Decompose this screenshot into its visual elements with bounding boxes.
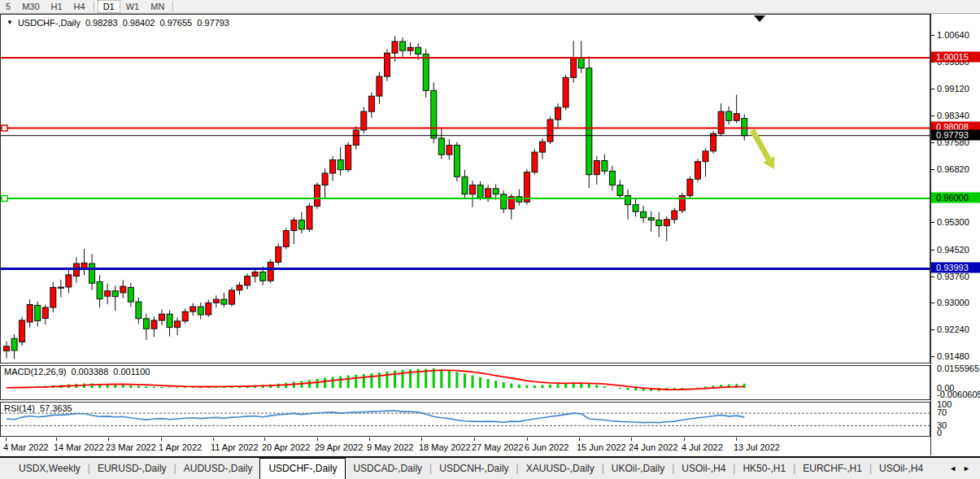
ohlc-open: 0.98283 (85, 18, 118, 28)
ohlc-close: 0.97793 (197, 18, 229, 28)
time-axis-label: 15 Jun 2022 (577, 442, 626, 452)
price-axis-tick (931, 222, 934, 223)
time-axis-tick (631, 438, 632, 441)
symbol-tab-bar: USDX,Weekly|EURUSD-,Daily|AUDUSD-,DailyU… (0, 456, 980, 479)
macd-signal-value: 0.001100 (113, 367, 150, 377)
time-axis-label: 27 May 2022 (472, 442, 524, 452)
symbol-tab-audusd-daily[interactable]: AUDUSD-,Daily (176, 458, 260, 479)
timeframe-buttons: 5M30H1H4D1W1MN (0, 0, 176, 13)
macd-indicator-name: MACD(12,26,9) (4, 367, 66, 377)
time-axis-tick (684, 438, 685, 441)
symbol-tab-hk50-h1[interactable]: HK50-,H1 (735, 458, 793, 479)
time-axis-label: 29 Apr 2022 (315, 442, 363, 452)
time-axis-tick (6, 438, 7, 441)
symbol-tab-usdchf-daily-active[interactable]: USDCHF-,Daily (259, 458, 346, 479)
time-axis-tick (264, 438, 265, 441)
time-axis-tick (213, 438, 214, 441)
timeframe-toolbar: 5M30H1H4D1W1MN (0, 0, 980, 14)
rsi-line (7, 411, 744, 423)
price-axis-label: 0.92240 (937, 324, 969, 334)
time-axis-tick (579, 438, 580, 441)
macd-main-value: 0.003388 (71, 367, 108, 377)
time-axis: 4 Mar 202214 Mar 202223 Mar 20221 Apr 20… (0, 438, 930, 456)
time-axis-label: 4 Jul 2022 (682, 442, 723, 452)
symbol-dropdown-icon[interactable]: ▼ (7, 19, 13, 27)
price-axis-label: 0.93760 (937, 272, 969, 281)
price-axis-label: 0.98340 (937, 111, 969, 120)
price-axis-label: 0.91480 (937, 351, 969, 361)
symbol-tab-usdcnh-daily[interactable]: USDCNH-,Daily (432, 458, 516, 479)
tab-scroll-right-icon[interactable]: ► (963, 464, 970, 479)
rsi-canvas[interactable] (1, 403, 930, 436)
timeframe-button-5[interactable]: 5 (0, 1, 16, 12)
time-axis-tick (161, 438, 162, 441)
horizontal-price-lines[interactable] (1, 58, 930, 269)
symbol-tab-eurchf-h1[interactable]: EURCHF-,H1 (795, 458, 869, 479)
symbol-tab-eurusd-daily[interactable]: EURUSD-,Daily (90, 458, 174, 479)
price-axis-tick (931, 303, 934, 303)
symbol-tab-ukoil-daily[interactable]: UKOil-,Daily (604, 458, 672, 479)
time-axis-label: 4 Mar 2022 (3, 442, 49, 452)
price-axis-label: 0.96820 (937, 164, 969, 174)
bar-shift-marker-icon[interactable] (754, 15, 765, 22)
price-axis-tick (931, 115, 934, 116)
time-axis-tick (736, 438, 737, 441)
time-axis-tick (421, 438, 422, 441)
mt4-trading-terminal: { "toolbar": { "timeframes": ["5", "M30"… (0, 0, 980, 479)
time-axis-label: 18 May 2022 (419, 442, 471, 452)
chart-title: ▼ USDCHF-,Daily 0.98283 0.98402 0.97655 … (7, 18, 229, 28)
price-line-badge-0.96000: 0.96000 (931, 193, 980, 203)
price-axis-tick (931, 250, 934, 250)
time-axis-label: 24 Jun 2022 (629, 442, 678, 452)
ohlc-low: 0.97655 (159, 18, 192, 28)
timeframe-button-h1[interactable]: H1 (46, 1, 68, 12)
timeframe-button-m30[interactable]: M30 (16, 1, 45, 12)
price-line-badge-1.00015: 1.00015 (931, 52, 980, 63)
time-axis-label: 20 Apr 2022 (262, 442, 310, 452)
price-axis: 1.006400.998800.991200.983400.975800.968… (930, 14, 980, 455)
price-axis-tick (931, 277, 934, 277)
rsi-indicator-name: RSI(14) (4, 403, 35, 413)
macd-scale-min: -0.0060605 (937, 390, 980, 399)
symbol-tab-usoil-h4[interactable]: USOil-,H4 (674, 458, 733, 479)
price-axis-tick (931, 89, 934, 89)
time-axis-label: 1 Apr 2022 (159, 442, 202, 452)
time-axis-tick (317, 438, 318, 441)
timeframe-button-w1[interactable]: W1 (120, 1, 146, 12)
price-line-badge-0.93993: 0.93993 (931, 263, 980, 273)
macd-scale-max: 0.0155965 (937, 364, 979, 373)
symbol-tab-usdcad-daily[interactable]: USDCAD-,Daily (346, 458, 429, 479)
time-axis-label: 23 Mar 2022 (106, 442, 156, 452)
toolbar-separator (172, 2, 174, 11)
timeframe-button-mn[interactable]: MN (145, 1, 170, 12)
timeframe-button-h4[interactable]: H4 (68, 1, 91, 12)
macd-panel[interactable]: MACD(12,26,9) 0.003388 0.001100 (0, 365, 930, 400)
rsi-scale-0: 0 (937, 428, 942, 438)
time-axis-label: 6 Jun 2022 (525, 442, 568, 452)
time-axis-label: 11 Apr 2022 (211, 442, 259, 452)
symbol-tab-usoil-h4[interactable]: USOil-,H4 (872, 458, 930, 479)
price-axis-label: 0.94520 (937, 245, 969, 255)
symbol-tab-usdx-weekly[interactable]: USDX,Weekly (11, 458, 88, 479)
rsi-label: RSI(14) 57.3635 (4, 403, 72, 413)
ohlc-high: 0.98402 (123, 18, 155, 28)
price-axis-tick (931, 142, 934, 143)
rsi-value: 57.3635 (40, 403, 72, 413)
main-chart-panel[interactable]: ▼ USDCHF-,Daily 0.98283 0.98402 0.97655 … (0, 14, 930, 364)
price-axis-tick (931, 329, 934, 330)
time-axis-tick (56, 438, 57, 441)
time-axis-label: 14 Mar 2022 (54, 442, 104, 452)
price-axis-label: 0.95300 (937, 217, 969, 227)
time-axis-label: 9 May 2022 (367, 442, 413, 452)
timeframe-button-d1[interactable]: D1 (98, 0, 120, 13)
tab-scroll-left-icon[interactable]: ◄ (949, 464, 956, 479)
price-axis-label: 1.00640 (937, 30, 969, 40)
price-axis-tick (931, 169, 934, 170)
chart-symbol-period: USDCHF-,Daily (18, 18, 81, 28)
candlesticks (4, 36, 747, 359)
rsi-panel[interactable]: RSI(14) 57.3635 (0, 402, 930, 437)
price-axis-label: 0.99120 (937, 84, 969, 94)
main-chart-canvas[interactable] (1, 15, 930, 363)
price-axis-tick (931, 35, 934, 36)
symbol-tab-xauusd-daily[interactable]: XAUUSD-,Daily (519, 458, 602, 479)
